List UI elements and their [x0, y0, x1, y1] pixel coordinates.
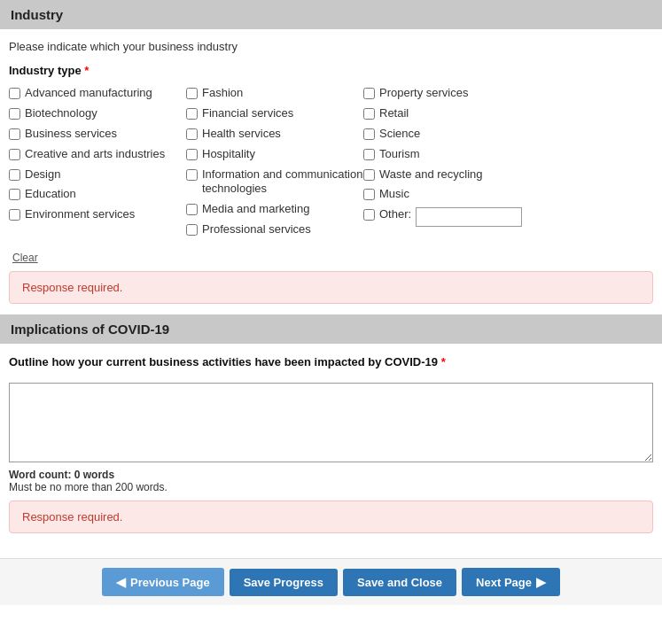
covid-section: Implications of COVID-19 Outline how you… [0, 314, 662, 544]
label-science: Science [379, 127, 420, 142]
previous-page-button[interactable]: ◀ Previous Page [102, 568, 224, 596]
checkbox-waste-recycling[interactable] [363, 169, 375, 181]
checkbox-education[interactable] [9, 189, 20, 200]
checkbox-retail[interactable] [363, 108, 375, 120]
covid-response-required: Response required. [9, 500, 653, 533]
checkbox-other[interactable] [363, 209, 375, 221]
list-item: Science [363, 127, 558, 142]
label-financial-services: Financial services [202, 106, 293, 121]
list-item: Information and communication technologi… [186, 167, 363, 198]
list-item: Health services [186, 127, 363, 142]
checkbox-business-services[interactable] [9, 128, 20, 140]
list-item: Music [363, 187, 558, 202]
checkbox-ict[interactable] [186, 169, 198, 181]
list-item: Retail [363, 106, 558, 121]
label-ict: Information and communication technologi… [202, 167, 363, 198]
word-limit-text: Must be no more than 200 words. [9, 481, 653, 493]
checkbox-biotechnology[interactable] [9, 108, 20, 120]
checkbox-financial-services[interactable] [186, 108, 198, 120]
label-health-services: Health services [202, 127, 281, 142]
checkbox-design[interactable] [9, 169, 20, 181]
industry-description: Please indicate which your business indu… [9, 40, 653, 53]
label-education: Education [25, 187, 76, 202]
checkbox-environment-services[interactable] [9, 209, 20, 221]
checkbox-fashion[interactable] [186, 88, 198, 99]
list-item: Business services [9, 127, 186, 142]
list-item: Professional services [186, 222, 363, 237]
word-count-display: Word count: 0 words [9, 469, 653, 481]
label-creative-arts: Creative and arts industries [25, 147, 165, 162]
label-biotechnology: Biotechnology [25, 106, 97, 121]
covid-section-header: Implications of COVID-19 [0, 314, 662, 344]
list-item: Environment services [9, 207, 186, 222]
list-item: Other: [363, 207, 558, 227]
industry-section: Industry Please indicate which your busi… [0, 0, 662, 314]
checkbox-col-2: Fashion Financial services Health servic… [186, 86, 363, 237]
label-design: Design [25, 167, 60, 182]
industry-title: Industry [11, 7, 63, 22]
list-item: Biotechnology [9, 106, 186, 121]
list-item: Financial services [186, 106, 363, 121]
list-item: Waste and recycling [363, 167, 558, 182]
checkbox-professional-services[interactable] [186, 224, 198, 236]
label-music: Music [379, 187, 409, 202]
list-item: Advanced manufacturing [9, 86, 186, 101]
industry-response-required: Response required. [9, 271, 653, 304]
label-other: Other: [379, 207, 411, 222]
prev-arrow-icon: ◀ [116, 575, 126, 589]
list-item: Education [9, 187, 186, 202]
checkbox-health-services[interactable] [186, 128, 198, 140]
covid-required-marker: * [441, 355, 446, 369]
checkbox-property-services[interactable] [363, 88, 375, 99]
checkbox-advanced-manufacturing[interactable] [9, 88, 20, 99]
checkbox-tourism[interactable] [363, 149, 375, 160]
other-text-input[interactable] [416, 207, 522, 227]
label-waste-recycling: Waste and recycling [379, 167, 483, 182]
label-environment-services: Environment services [25, 207, 135, 222]
covid-title: Implications of COVID-19 [11, 322, 169, 337]
industry-required-marker: * [84, 64, 89, 77]
checkbox-col-3: Property services Retail Science Tourism… [363, 86, 558, 237]
checkbox-hospitality[interactable] [186, 149, 198, 160]
label-fashion: Fashion [202, 86, 243, 101]
list-item: Hospitality [186, 147, 363, 162]
label-tourism: Tourism [379, 147, 420, 162]
label-hospitality: Hospitality [202, 147, 255, 162]
label-retail: Retail [379, 106, 409, 121]
list-item: Design [9, 167, 186, 182]
industry-checkboxes-grid: Advanced manufacturing Biotechnology Bus… [9, 86, 653, 237]
list-item: Media and marketing [186, 202, 363, 217]
checkbox-media-marketing[interactable] [186, 204, 198, 215]
save-and-close-button[interactable]: Save and Close [343, 569, 456, 596]
industry-section-header: Industry [0, 0, 662, 29]
word-count-value: 0 words [74, 469, 114, 481]
label-media-marketing: Media and marketing [202, 202, 309, 217]
label-advanced-manufacturing: Advanced manufacturing [25, 86, 152, 101]
industry-type-label: Industry type * [9, 64, 653, 77]
list-item: Tourism [363, 147, 558, 162]
label-business-services: Business services [25, 127, 117, 142]
next-arrow-icon: ▶ [536, 575, 546, 589]
save-progress-button[interactable]: Save Progress [230, 569, 338, 596]
list-item: Property services [363, 86, 558, 101]
covid-question-label: Outline how your current business activi… [9, 354, 653, 370]
checkbox-creative-arts[interactable] [9, 149, 20, 160]
label-property-services: Property services [379, 86, 468, 101]
list-item: Fashion [186, 86, 363, 101]
label-professional-services: Professional services [202, 222, 311, 237]
checkbox-music[interactable] [363, 189, 375, 200]
covid-impact-textarea[interactable] [9, 383, 653, 462]
checkbox-col-1: Advanced manufacturing Biotechnology Bus… [9, 86, 186, 237]
footer-buttons: ◀ Previous Page Save Progress Save and C… [0, 558, 662, 605]
checkbox-science[interactable] [363, 128, 375, 140]
clear-link[interactable]: Clear [12, 252, 38, 264]
list-item: Creative and arts industries [9, 147, 186, 162]
next-page-button[interactable]: Next Page ▶ [462, 568, 560, 596]
